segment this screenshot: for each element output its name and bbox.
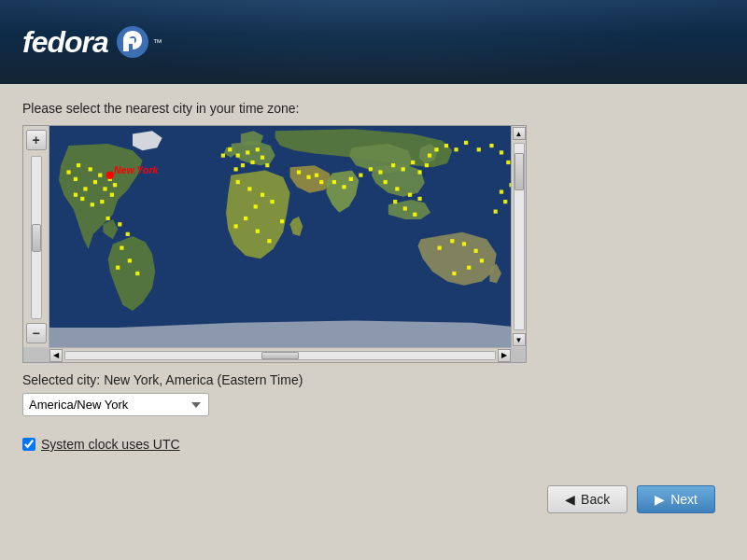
- svg-rect-56: [411, 161, 415, 164]
- svg-rect-78: [477, 147, 481, 151]
- world-map[interactable]: New York: [49, 126, 511, 347]
- svg-rect-66: [403, 206, 407, 210]
- svg-rect-45: [306, 175, 310, 179]
- utc-checkbox[interactable]: [22, 438, 35, 451]
- zoom-in-button[interactable]: +: [26, 130, 47, 150]
- right-scroll-track: [514, 143, 525, 330]
- svg-rect-72: [480, 259, 484, 262]
- svg-rect-60: [434, 147, 438, 151]
- fedora-tm: ™: [153, 37, 162, 48]
- svg-rect-18: [118, 222, 121, 226]
- right-scroll-thumb[interactable]: [514, 153, 524, 190]
- svg-rect-11: [66, 170, 70, 174]
- navigation-buttons: ◀ Back ▶ Next: [22, 485, 725, 513]
- svg-rect-49: [342, 185, 345, 189]
- svg-rect-42: [267, 239, 271, 243]
- fedora-f-icon: [116, 25, 149, 59]
- svg-rect-43: [280, 219, 284, 223]
- instruction-text: Please select the nearest city in your t…: [22, 101, 725, 116]
- zoom-out-button[interactable]: −: [26, 323, 47, 343]
- svg-rect-52: [369, 167, 373, 171]
- svg-rect-85: [503, 200, 507, 203]
- timezone-select[interactable]: America/New York America/Chicago America…: [22, 393, 209, 416]
- horizontal-scroll-track: [64, 351, 496, 360]
- svg-rect-50: [349, 177, 353, 181]
- svg-rect-86: [494, 210, 498, 214]
- scroll-left-arrow[interactable]: ◀: [49, 349, 63, 362]
- svg-rect-41: [256, 230, 260, 233]
- svg-rect-39: [244, 217, 247, 220]
- svg-rect-10: [74, 177, 78, 181]
- svg-rect-24: [228, 147, 232, 151]
- back-button[interactable]: ◀ Back: [547, 485, 627, 513]
- svg-rect-81: [506, 161, 510, 164]
- main-content: Please select the nearest city in your t…: [0, 84, 747, 525]
- svg-rect-59: [428, 153, 431, 157]
- svg-rect-67: [413, 213, 416, 217]
- svg-rect-40: [233, 224, 237, 228]
- svg-rect-83: [509, 183, 511, 187]
- svg-rect-7: [83, 187, 87, 190]
- vertical-scroll-track: [31, 156, 42, 319]
- svg-rect-51: [359, 174, 362, 177]
- svg-rect-79: [489, 144, 493, 147]
- svg-rect-19: [126, 232, 130, 236]
- svg-rect-46: [315, 174, 318, 177]
- svg-rect-6: [93, 180, 97, 184]
- svg-rect-77: [464, 141, 468, 145]
- map-left-controls: + −: [23, 126, 49, 347]
- svg-rect-65: [393, 200, 397, 203]
- svg-rect-58: [425, 163, 429, 167]
- svg-rect-36: [261, 193, 264, 197]
- svg-rect-28: [261, 156, 264, 160]
- svg-rect-26: [246, 150, 249, 154]
- svg-rect-16: [110, 193, 114, 197]
- next-label: Next: [670, 492, 698, 507]
- map-svg: New York: [49, 126, 511, 347]
- svg-rect-62: [395, 187, 399, 190]
- svg-rect-23: [135, 272, 139, 275]
- right-scrollbar[interactable]: ▲ ▼: [511, 126, 526, 347]
- svg-rect-53: [378, 170, 382, 174]
- fedora-wordmark: fedora: [22, 25, 108, 60]
- timezone-select-wrapper[interactable]: America/New York America/Chicago America…: [22, 387, 209, 416]
- svg-rect-34: [236, 180, 240, 184]
- scroll-up-arrow[interactable]: ▲: [513, 127, 526, 140]
- svg-rect-74: [452, 272, 456, 275]
- svg-text:New York: New York: [114, 164, 159, 175]
- svg-rect-64: [417, 197, 421, 201]
- svg-rect-70: [462, 242, 466, 245]
- bottom-scrollbar[interactable]: ◀ ▶: [49, 347, 511, 362]
- scroll-right-arrow[interactable]: ▶: [498, 349, 511, 362]
- back-label: Back: [581, 492, 610, 507]
- svg-rect-12: [80, 197, 84, 201]
- svg-rect-4: [98, 174, 102, 177]
- svg-rect-76: [454, 147, 458, 151]
- svg-rect-80: [500, 150, 503, 154]
- utc-label[interactable]: System clock uses UTC: [41, 437, 180, 452]
- svg-rect-35: [247, 187, 251, 190]
- horizontal-scroll-thumb[interactable]: [261, 352, 299, 359]
- svg-rect-31: [233, 167, 237, 171]
- vertical-scroll-thumb[interactable]: [32, 224, 41, 252]
- svg-rect-9: [113, 183, 117, 187]
- fedora-logo: fedora ™: [22, 25, 162, 60]
- svg-rect-30: [241, 163, 245, 167]
- svg-rect-20: [120, 246, 123, 250]
- map-container[interactable]: + −: [22, 125, 527, 363]
- svg-rect-69: [450, 239, 454, 243]
- svg-rect-29: [250, 161, 254, 164]
- svg-rect-63: [408, 193, 412, 197]
- svg-rect-33: [265, 163, 269, 167]
- svg-rect-68: [438, 246, 442, 250]
- svg-rect-25: [236, 153, 240, 157]
- svg-rect-22: [116, 266, 120, 270]
- next-button[interactable]: ▶ Next: [637, 485, 715, 513]
- scroll-down-arrow[interactable]: ▼: [513, 333, 526, 346]
- svg-rect-8: [103, 187, 106, 190]
- svg-rect-54: [391, 163, 395, 167]
- svg-rect-44: [297, 170, 301, 174]
- svg-rect-38: [254, 204, 258, 208]
- svg-rect-2: [77, 163, 80, 167]
- svg-rect-61: [384, 180, 388, 184]
